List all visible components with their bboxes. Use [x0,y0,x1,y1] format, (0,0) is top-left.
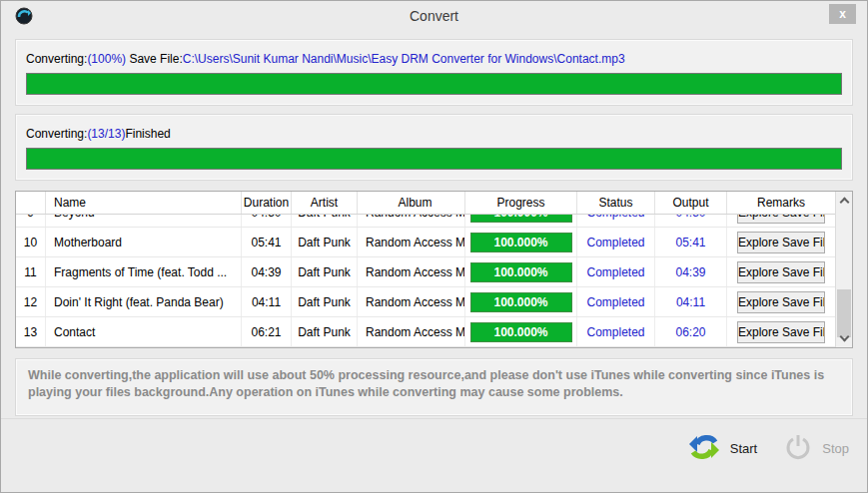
cell-status: Completed [577,287,655,316]
start-button[interactable]: Start [687,430,757,467]
cell-status: Completed [577,257,655,286]
track-table: Name Duration Artist Album Progress Stat… [15,191,853,348]
table-row[interactable]: 10 Motherboard 05:41 Daft Punk Random Ac… [16,228,835,257]
chevron-up-icon [839,198,849,208]
scroll-up-button[interactable] [836,192,852,209]
cell-remarks: Explore Save File [727,228,835,256]
track-table-main: Name Duration Artist Album Progress Stat… [16,192,835,347]
cell-album: Random Access Me... [358,257,465,286]
cell-name: Fragments of Time (feat. Todd ... [46,257,242,286]
cell-output: 06:20 [655,317,727,346]
cell-album: Random Access Me... [358,287,465,316]
header-artist[interactable]: Artist [292,192,358,214]
cell-remarks: Explore Save File [727,257,835,286]
cell-artist: Daft Punk [292,215,358,227]
current-file-panel: Converting:(100%) Save File:C:\Users\Sun… [15,39,853,106]
cell-artist: Daft Punk [292,317,358,346]
row-progressbar: 100.000% [470,233,572,252]
header-progress[interactable]: Progress [465,192,577,214]
cell-album: Random Access Me... [358,228,465,256]
row-progressbar: 100.000% [470,215,572,223]
header-remarks[interactable]: Remarks [727,192,835,214]
save-file-label: Save File: [126,52,183,66]
cell-name: Motherboard [46,228,242,256]
cell-status: Completed [577,317,655,346]
cell-num: 11 [16,257,46,286]
explore-save-file-button[interactable]: Explore Save File [737,215,825,224]
overall-progress-fill [27,149,841,169]
table-row[interactable]: 13 Contact 06:21 Daft Punk Random Access… [16,317,835,347]
header-duration[interactable]: Duration [242,192,292,214]
table-row[interactable]: 12 Doin' It Right (feat. Panda Bear) 04:… [16,287,835,317]
window-title: Convert [1,8,867,24]
cell-progress: 100.000% [465,287,577,316]
cell-album: Random Access Me... [358,317,465,346]
power-icon [783,432,813,465]
table-row[interactable]: 9 Beyond 04:50 Daft Punk Random Access M… [16,215,835,228]
save-file-path: C:\Users\Sunit Kumar Nandi\Music\Easy DR… [183,52,625,66]
cell-remarks: Explore Save File [727,215,835,227]
cell-album: Random Access Mem... [358,215,465,227]
current-file-progress-fill [27,74,841,94]
cell-name: Beyond [46,215,242,227]
explore-save-file-button[interactable]: Explore Save File [737,291,825,313]
cell-duration: 04:39 [242,257,292,286]
cell-output: 04:50 [655,215,727,227]
current-file-status-line: Converting:(100%) Save File:C:\Users\Sun… [26,52,842,66]
overall-progress-panel: Converting:(13/13)Finished [15,114,853,181]
cell-status: Completed [577,228,655,256]
cell-progress: 100.000% [465,317,577,346]
start-convert-icon [687,430,721,467]
cell-remarks: Explore Save File [727,287,835,316]
cell-artist: Daft Punk [292,257,358,286]
cell-duration: 05:41 [242,228,292,256]
header-status[interactable]: Status [577,192,655,214]
stop-button[interactable]: Stop [783,432,849,465]
itunes-warning-box: While converting,the application will us… [15,358,853,416]
close-button[interactable]: x [829,4,856,24]
overall-progressbar [26,148,842,170]
scrollbar-thumb[interactable] [837,289,851,337]
overall-finished-label: Finished [125,127,170,141]
cell-duration: 06:21 [242,317,292,346]
cell-progress: 100.000% [465,228,577,256]
explore-save-file-button[interactable]: Explore Save File [737,232,825,253]
cell-output: 05:41 [655,228,727,256]
overall-status-line: Converting:(13/13)Finished [26,127,842,141]
table-header-row: Name Duration Artist Album Progress Stat… [16,192,835,215]
start-button-label: Start [730,441,757,456]
explore-save-file-button[interactable]: Explore Save File [737,321,825,343]
current-file-progressbar [26,73,842,95]
converting-label: Converting: [26,52,87,66]
itunes-warning-text: While converting,the application will us… [28,368,824,399]
header-album[interactable]: Album [358,192,465,214]
cell-progress: 100.000% [465,257,577,286]
cell-num: 10 [16,228,46,256]
cell-status: Completed [577,215,655,227]
cell-name: Contact [46,317,242,346]
explore-save-file-button[interactable]: Explore Save File [737,261,825,283]
scrollbar-track[interactable] [836,209,852,330]
row-progressbar: 100.000% [470,292,572,312]
table-row-clipped: 9 Beyond 04:50 Daft Punk Random Access M… [16,215,835,228]
overall-count: (13/13) [87,127,125,141]
cell-output: 04:11 [655,287,727,316]
cell-name: Doin' It Right (feat. Panda Bear) [46,287,242,316]
header-output[interactable]: Output [655,192,727,214]
cell-duration: 04:50 [242,215,292,227]
cell-artist: Daft Punk [292,287,358,316]
cell-num: 12 [16,287,46,316]
header-num[interactable] [16,192,46,214]
stop-button-label: Stop [822,441,849,456]
converting-percent: (100%) [87,52,126,66]
titlebar: Convert x [1,1,867,31]
header-name[interactable]: Name [46,192,242,214]
cell-output: 04:39 [655,257,727,286]
footer-action-bar: Start Stop [1,418,867,478]
cell-num: 13 [16,317,46,346]
overall-converting-label: Converting: [26,127,87,141]
cell-artist: Daft Punk [292,228,358,256]
vertical-scrollbar[interactable] [835,192,852,347]
convert-window: Convert x Converting:(100%) Save File:C:… [0,0,868,493]
table-row[interactable]: 11 Fragments of Time (feat. Todd ... 04:… [16,257,835,287]
